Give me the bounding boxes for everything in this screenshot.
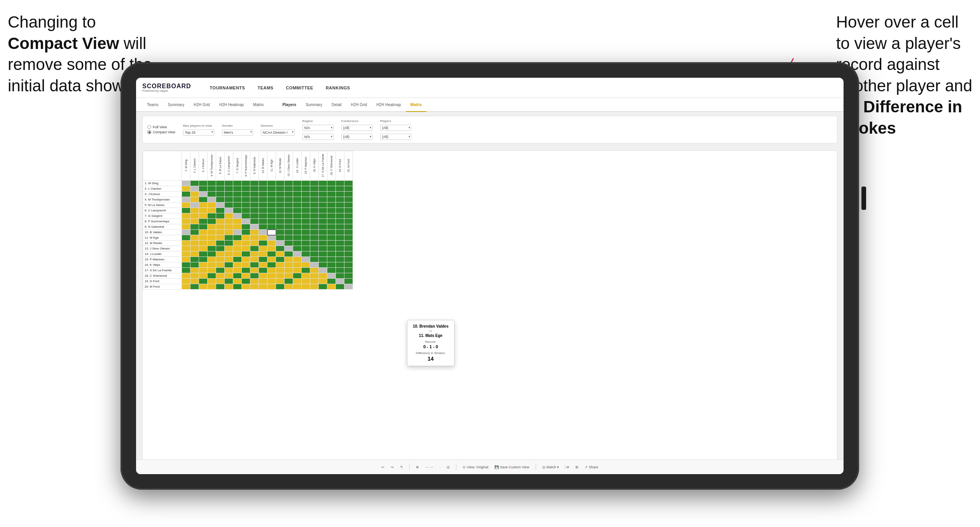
nav-committee[interactable]: COMMITTEE — [286, 86, 313, 90]
matrix-cell[interactable] — [327, 213, 336, 219]
matrix-cell[interactable] — [285, 197, 293, 202]
matrix-cell[interactable] — [182, 224, 190, 230]
matrix-cell[interactable] — [344, 224, 353, 230]
matrix-cell[interactable] — [267, 186, 276, 192]
matrix-cell[interactable] — [233, 186, 242, 192]
matrix-cell[interactable] — [293, 246, 302, 251]
matrix-cell[interactable] — [336, 192, 344, 197]
matrix-cell[interactable] — [344, 284, 353, 290]
players-select2[interactable]: (All) — [380, 134, 411, 140]
compact-view-option[interactable]: Compact View — [147, 130, 175, 134]
matrix-cell[interactable] — [182, 262, 190, 268]
matrix-cell[interactable] — [336, 241, 344, 246]
matrix-cell[interactable] — [233, 279, 242, 284]
matrix-cell[interactable] — [182, 279, 190, 284]
matrix-cell[interactable] — [208, 230, 216, 235]
conference-select[interactable]: (All) — [341, 125, 372, 131]
matrix-cell[interactable] — [250, 208, 259, 213]
nav-tournaments[interactable]: TOURNAMENTS — [210, 86, 245, 90]
matrix-cell[interactable] — [233, 202, 242, 208]
matrix-cell[interactable] — [310, 279, 319, 284]
matrix-cell[interactable] — [199, 273, 208, 279]
matrix-cell[interactable] — [336, 279, 344, 284]
matrix-cell[interactable] — [267, 268, 276, 273]
matrix-cell[interactable] — [199, 219, 208, 224]
matrix-cell[interactable] — [199, 262, 208, 268]
matrix-cell[interactable] — [310, 246, 319, 251]
matrix-cell[interactable] — [319, 202, 327, 208]
matrix-cell[interactable] — [310, 224, 319, 230]
matrix-cell[interactable] — [208, 262, 216, 268]
matrix-cell[interactable] — [250, 241, 259, 246]
matrix-cell[interactable] — [327, 262, 336, 268]
matrix-cell[interactable] — [319, 181, 327, 186]
redo-button[interactable]: ↪ — [391, 465, 394, 469]
matrix-cell[interactable] — [225, 192, 233, 197]
matrix-cell[interactable] — [233, 213, 242, 219]
matrix-cell[interactable] — [285, 186, 293, 192]
matrix-cell[interactable] — [293, 230, 302, 235]
matrix-cell[interactable] — [327, 192, 336, 197]
matrix-cell[interactable] — [267, 192, 276, 197]
matrix-cell[interactable] — [250, 257, 259, 262]
matrix-cell[interactable] — [242, 273, 250, 279]
zoom-button[interactable]: ⊕ — [416, 465, 419, 469]
tab-players[interactable]: Players — [278, 98, 301, 112]
matrix-cell[interactable] — [233, 257, 242, 262]
save-custom-view-button[interactable]: 💾 Save Custom View — [494, 465, 529, 469]
matrix-cell[interactable] — [190, 235, 199, 241]
matrix-cell[interactable] — [336, 197, 344, 202]
players-select[interactable]: (All) — [380, 125, 411, 131]
matrix-cell[interactable] — [302, 202, 310, 208]
matrix-cell[interactable] — [216, 186, 225, 192]
matrix-cell[interactable] — [344, 246, 353, 251]
matrix-cell[interactable] — [190, 186, 199, 192]
matrix-cell[interactable] — [285, 208, 293, 213]
matrix-cell[interactable] — [302, 197, 310, 202]
matrix-cell[interactable] — [242, 181, 250, 186]
matrix-cell[interactable] — [336, 213, 344, 219]
matrix-cell[interactable] — [327, 202, 336, 208]
matrix-cell[interactable] — [302, 181, 310, 186]
matrix-cell[interactable] — [208, 284, 216, 290]
matrix-cell[interactable] — [344, 251, 353, 257]
matrix-cell[interactable] — [216, 246, 225, 251]
matrix-cell[interactable] — [190, 273, 199, 279]
matrix-cell[interactable] — [259, 208, 267, 213]
matrix-cell[interactable] — [344, 202, 353, 208]
matrix-cell[interactable] — [216, 224, 225, 230]
matrix-cell[interactable] — [344, 230, 353, 235]
matrix-cell[interactable] — [250, 273, 259, 279]
matrix-cell[interactable] — [233, 251, 242, 257]
matrix-cell[interactable] — [276, 268, 285, 273]
matrix-cell[interactable] — [344, 257, 353, 262]
matrix-cell[interactable] — [336, 268, 344, 273]
matrix-cell[interactable] — [190, 192, 199, 197]
nav-rankings[interactable]: RANKINGS — [326, 86, 350, 90]
matrix-cell[interactable] — [242, 268, 250, 273]
matrix-cell[interactable] — [276, 230, 285, 235]
matrix-cell[interactable] — [302, 224, 310, 230]
matrix-cell[interactable] — [216, 262, 225, 268]
matrix-cell[interactable] — [276, 224, 285, 230]
matrix-cell[interactable] — [259, 284, 267, 290]
matrix-cell[interactable] — [233, 224, 242, 230]
matrix-cell[interactable] — [225, 257, 233, 262]
matrix-cell[interactable] — [225, 246, 233, 251]
matrix-cell[interactable] — [267, 197, 276, 202]
matrix-cell[interactable] — [319, 279, 327, 284]
matrix-cell[interactable] — [225, 241, 233, 246]
matrix-cell[interactable] — [319, 268, 327, 273]
matrix-cell[interactable] — [327, 284, 336, 290]
matrix-cell[interactable] — [259, 224, 267, 230]
matrix-cell[interactable] — [216, 219, 225, 224]
matrix-cell[interactable] — [267, 279, 276, 284]
matrix-cell[interactable] — [285, 202, 293, 208]
matrix-cell[interactable] — [250, 202, 259, 208]
matrix-cell[interactable] — [250, 192, 259, 197]
matrix-cell[interactable] — [285, 219, 293, 224]
reset-button[interactable]: ↰ — [400, 465, 403, 469]
matrix-cell[interactable] — [285, 284, 293, 290]
division-select[interactable]: NCAA Division I — [261, 129, 295, 136]
matrix-cell[interactable] — [242, 235, 250, 241]
